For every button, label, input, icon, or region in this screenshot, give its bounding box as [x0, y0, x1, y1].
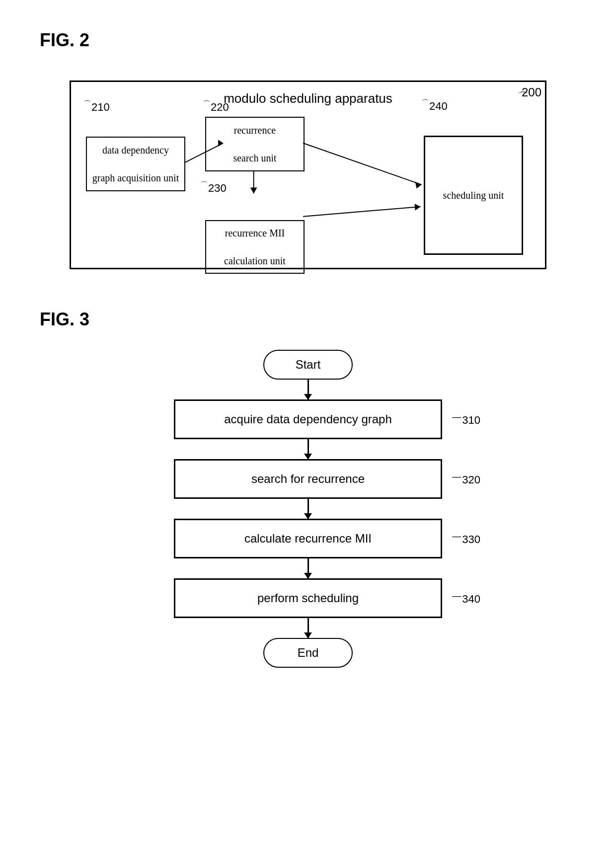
- svg-line-4: [303, 143, 422, 185]
- end-shape: End: [263, 638, 353, 668]
- box-230-wrapper: ⌒230 recurrence MII calculation unit: [205, 195, 305, 274]
- start-shape: Start: [263, 350, 353, 380]
- arrow-330-340: [308, 558, 309, 578]
- fig2-main-title: modulo scheduling apparatus: [71, 91, 545, 106]
- box-330: calculate recurrence MII —330: [174, 519, 442, 558]
- svg-marker-3: [250, 188, 257, 194]
- box-240-text: scheduling unit: [443, 188, 504, 202]
- fig3-diagram: Start acquire data dependency graph —310…: [40, 350, 576, 668]
- box-310: acquire data dependency graph —310: [174, 399, 442, 439]
- box-210-wrapper: ⌒210 data dependency graph acquisition u…: [86, 117, 185, 191]
- step310-label: —310: [452, 412, 480, 427]
- step340-label: —340: [452, 591, 480, 606]
- start-label: Start: [296, 358, 321, 372]
- step330-label: —330: [452, 531, 480, 546]
- box-340: perform scheduling —340: [174, 578, 442, 618]
- box-210-text1: data dependency: [102, 143, 169, 157]
- label-230: ⌒230: [200, 180, 227, 195]
- fig2-label: FIG. 2: [40, 30, 576, 51]
- fig2-main-box: modulo scheduling apparatus: [70, 80, 546, 269]
- box-220-wrapper: ⌒220 recurrence search unit: [205, 117, 305, 171]
- end-label: End: [298, 646, 319, 660]
- box-210: data dependency graph acquisition unit: [86, 137, 185, 191]
- label-240: ⌒240: [421, 98, 448, 113]
- box-230-text2: calculation unit: [224, 254, 286, 268]
- label-220: ⌒220: [203, 99, 229, 114]
- step320-text: search for recurrence: [251, 472, 365, 486]
- fig3-label: FIG. 3: [40, 309, 576, 330]
- box-320: search for recurrence —320: [174, 459, 442, 499]
- fig2-section: FIG. 2 200 ⌒ modulo scheduling apparatus: [40, 30, 576, 269]
- step330-text: calculate recurrence MII: [244, 532, 372, 546]
- svg-marker-7: [415, 204, 421, 211]
- fig2-wrapper: 200 ⌒ modulo scheduling apparatus: [70, 80, 546, 269]
- box-230-text1: recurrence MII: [225, 226, 285, 240]
- box-220: recurrence search unit: [205, 117, 305, 171]
- svg-line-6: [303, 207, 421, 217]
- page: FIG. 2 200 ⌒ modulo scheduling apparatus: [0, 0, 616, 863]
- arrow-310-320: [308, 439, 309, 459]
- box-220-text1: recurrence: [234, 123, 276, 137]
- step340-text: perform scheduling: [257, 591, 359, 605]
- box-240: scheduling unit: [424, 136, 523, 255]
- step320-label: —320: [452, 471, 480, 486]
- label-210: ⌒210: [83, 99, 110, 114]
- arrow-320-330: [308, 499, 309, 519]
- box-210-text2: graph acquisition unit: [92, 171, 179, 185]
- box-220-text2: search unit: [233, 151, 276, 165]
- arrow-340-end: [308, 618, 309, 638]
- box-230: recurrence MII calculation unit: [205, 220, 305, 274]
- step310-text: acquire data dependency graph: [224, 412, 392, 426]
- fig3-section: FIG. 3 Start acquire data dependency gra…: [40, 309, 576, 668]
- box-240-wrapper: ⌒240 scheduling unit: [424, 116, 523, 255]
- arrow-start-310: [308, 380, 309, 399]
- svg-marker-5: [415, 182, 422, 189]
